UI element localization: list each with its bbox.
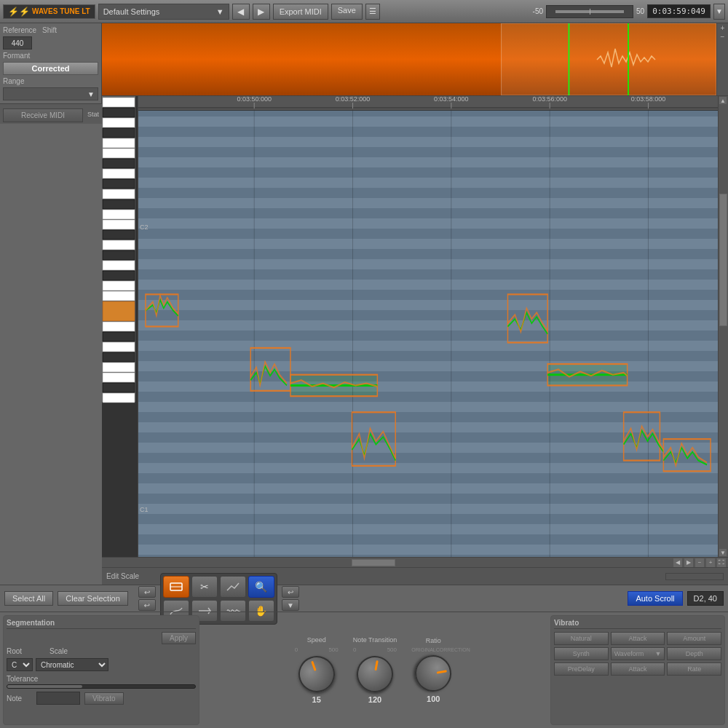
speed-scale-left: 0 [295,646,298,653]
shift-label: Shift [42,26,79,34]
svg-rect-29 [103,363,135,372]
svg-rect-15 [103,210,135,219]
waveform-display [102,23,716,95]
seg-root-scale-row: Root Scale [7,647,196,655]
svg-rect-58 [507,294,547,342]
seg-apply-row: Apply [7,632,196,644]
corrected-button[interactable]: Corrected [3,62,98,75]
top-bar: ⚡⚡ WAVES TUNE LT Default Settings ▼ ◀ ▶ … [0,0,728,23]
pitch-grid[interactable]: 0:03:50:000 0:03:52:000 0:03:54:000 0:03… [138,96,718,557]
tool-undo-button[interactable]: ↩ [282,586,299,598]
waveform-overview[interactable] [102,23,716,95]
menu-button[interactable]: ☰ [365,4,380,20]
export-midi-button[interactable]: Export MIDI [273,4,328,20]
undo-button[interactable]: ↩ [138,586,156,598]
prev-preset-button[interactable]: ◀ [232,4,250,20]
redo-button[interactable]: ↪ [138,599,156,611]
predelay-button[interactable]: PreDelay [554,662,609,676]
svg-rect-4 [103,98,135,107]
svg-rect-9 [103,149,135,158]
attack2-button[interactable]: Attack [611,662,665,676]
zoom-tool-button[interactable]: 🔍 [248,576,274,598]
bottom-toolbar: Select All Clear Selection ↩ ↪ ✂ 🔍 [0,585,728,612]
natural-button[interactable]: Natural [554,632,609,645]
ratio-scale: ORIGINAL CORRECTION [411,647,455,652]
rate-button[interactable]: Rate [667,662,721,676]
time-nav-button[interactable]: ▼ [713,4,725,20]
svg-rect-30 [103,373,135,382]
svg-rect-13 [103,189,135,199]
note-input[interactable] [36,692,80,705]
scroll-down-button[interactable]: ▼ [719,548,727,557]
zoom-in-button[interactable]: + [721,25,725,32]
vertical-scrollbar[interactable]: ▲ ▼ [718,96,728,557]
auto-scroll-button[interactable]: Auto Scroll [628,591,682,606]
range-dropdown[interactable]: ▼ [3,87,98,100]
synth-button[interactable]: Synth [554,647,609,660]
root-select[interactable]: C D E [7,658,33,671]
svg-rect-8 [103,138,135,148]
scroll-left-button[interactable]: ◀ [673,558,683,568]
speed-scale-mid: 500 [328,646,338,653]
save-button[interactable]: Save [331,4,363,20]
overview-section: + − [102,23,728,96]
left-panel: Reference Shift Formant Corrected Range … [0,23,102,103]
transition-scale-left: 0 [353,646,356,653]
select-all-button[interactable]: Select All [4,591,53,606]
pitch-curves-svg [138,96,718,557]
scale-label: Scale [50,647,75,655]
scale-right: 50 [636,7,644,15]
seg-apply-button[interactable]: Apply [162,632,196,644]
scroll-right-button[interactable]: ▶ [684,558,694,568]
reference-input[interactable] [3,36,32,50]
svg-rect-31 [103,383,135,392]
zoom-out-h-button[interactable]: − [695,558,705,568]
timeline-ruler: 0:03:50:000 0:03:52:000 0:03:54:000 0:03… [138,96,718,111]
svg-rect-26 [103,332,135,341]
tool-down-button[interactable]: ▼ [282,599,299,611]
segmentation-panel: Segmentation Apply Root Scale C D E [3,615,199,725]
formant-label: Formant [3,52,98,60]
waveform-dropdown[interactable]: Waveform ▼ [611,647,665,660]
note-transition-knob[interactable] [354,653,396,695]
svg-rect-23 [103,291,135,301]
transition-scale-mid: 500 [387,646,397,653]
scale-select[interactable]: Chromatic Major Minor [36,658,108,671]
tolerance-bar[interactable] [7,684,196,689]
depth-button[interactable]: Depth [667,647,721,660]
speed-label: Speed [307,636,326,644]
svg-rect-6 [103,118,135,127]
zoom-out-button[interactable]: − [721,33,725,41]
attack-button[interactable]: Attack [611,632,665,645]
amount-button[interactable]: Amount [667,632,721,645]
stat-label: Stat [87,111,99,118]
fullscreen-button[interactable]: ⛶ [716,558,727,568]
edit-scale-button[interactable]: Edit Scale [106,572,139,580]
waveform-label: Waveform [614,650,644,657]
vibrato-button[interactable]: Vibrato [84,692,124,705]
ratio-value: 100 [427,695,440,703]
clear-selection-button[interactable]: Clear Selection [58,591,128,606]
horizontal-scrollbar[interactable] [138,558,671,567]
speed-knob[interactable] [293,651,340,697]
preset-dropdown[interactable]: Default Settings ▼ [98,4,229,20]
note-label-seg: Note [7,695,32,703]
next-preset-button[interactable]: ▶ [253,4,270,20]
receive-midi-button[interactable]: Receive MIDI [3,108,83,122]
pitch-tool-button[interactable] [220,576,246,598]
vibrato-panel: Vibrato Natural Attack Amount Synth Wave… [550,615,725,725]
zoom-in-h-button[interactable]: + [705,558,716,568]
note-vibrato-row: Note Vibrato [7,692,196,705]
tolerance-thumb [7,685,82,688]
svg-rect-16 [103,220,135,229]
svg-rect-22 [103,281,135,290]
scroll-thumb-h[interactable] [352,559,395,566]
scroll-up-button[interactable]: ▲ [719,96,727,105]
ratio-knob[interactable] [412,652,454,695]
draw-tool-button[interactable] [163,576,189,598]
svg-text:0:03:52:000: 0:03:52:000 [336,96,371,103]
scroll-thumb-v[interactable] [719,194,727,327]
scale-scrollbar[interactable] [665,573,724,580]
scissors-tool-button[interactable]: ✂ [191,576,218,598]
scroll-track[interactable] [719,105,728,548]
